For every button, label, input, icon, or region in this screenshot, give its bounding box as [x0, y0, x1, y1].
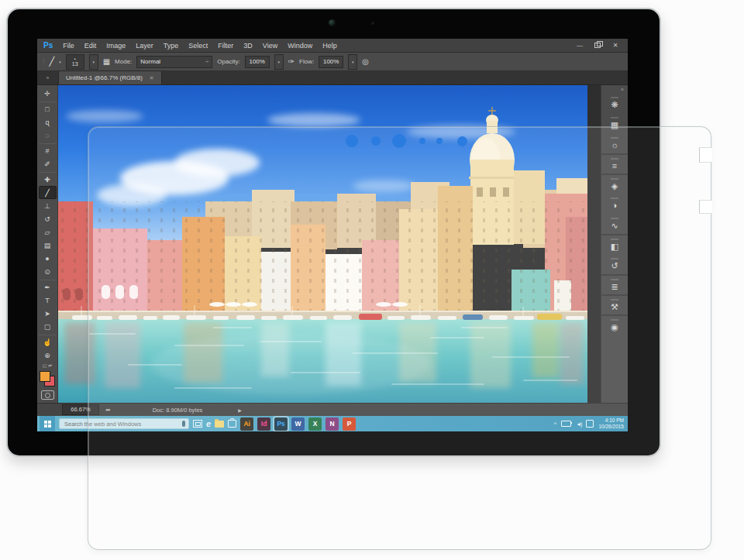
- menu-file[interactable]: File: [63, 42, 74, 50]
- clone-stamp-tool[interactable]: ⊥: [39, 199, 57, 212]
- opacity-caret-button[interactable]: ▾: [274, 54, 284, 70]
- tools-panel: ✛□ɋ◌#✐✚╱⊥↺▱▤●⊙✒T➤▢☝⊕◱ ⇄: [37, 85, 58, 403]
- history-brush-tool[interactable]: ↺: [39, 212, 57, 225]
- options-grip-icon: ⁞: [43, 58, 45, 66]
- ambient-sensor-icon: [371, 22, 374, 25]
- document-tab-title: Untitled-1 @66.7% (RGB/8): [66, 74, 143, 81]
- panel-collapse-icon[interactable]: »: [601, 85, 628, 93]
- menu-help[interactable]: Help: [322, 42, 337, 50]
- menu-window[interactable]: Window: [288, 42, 312, 50]
- restore-button[interactable]: [590, 40, 605, 51]
- lasso-tool[interactable]: ɋ: [39, 115, 57, 129]
- photoshop-menu-bar: Ps FileEditImageLayerTypeSelectFilter3DV…: [37, 39, 628, 53]
- product-photo: Ps FileEditImageLayerTypeSelectFilter3DV…: [0, 0, 744, 560]
- color-panel-icon: ❋: [611, 100, 618, 110]
- photoshop-logo: Ps: [43, 41, 53, 50]
- front-camera-icon: [329, 19, 336, 26]
- protector-dot-5: [436, 138, 443, 144]
- smoothing-icon[interactable]: ◎: [362, 57, 369, 66]
- brush-tool[interactable]: ╱: [39, 186, 57, 199]
- protector-dot-6: [457, 136, 467, 146]
- protector-dot-2: [371, 136, 381, 146]
- protector-dot-3: [392, 134, 406, 148]
- blend-mode-stepper-icon: ÷: [205, 58, 208, 65]
- toggle-brush-panel-icon[interactable]: ▦: [103, 57, 110, 66]
- protector-button-cutout-top: [699, 147, 712, 163]
- toolbar-collapse-icon[interactable]: »: [37, 75, 58, 81]
- windows-logo-icon: [44, 421, 51, 428]
- blend-mode-value: Normal: [140, 58, 160, 65]
- protector-dot-1: [346, 135, 358, 147]
- menu-layer[interactable]: Layer: [136, 42, 153, 50]
- brush-preset-icon[interactable]: ╱: [50, 57, 55, 67]
- color-swatches: [40, 371, 55, 387]
- tab-close-icon[interactable]: ✕: [150, 75, 154, 81]
- protector-dot-4: [419, 138, 425, 144]
- menu-edit[interactable]: Edit: [84, 42, 97, 50]
- menu-image[interactable]: Image: [106, 42, 126, 50]
- menu-3d[interactable]: 3D: [243, 42, 253, 50]
- menu-select[interactable]: Select: [188, 42, 208, 50]
- zoom-tool[interactable]: ⊕: [39, 349, 57, 362]
- opacity-label: Opacity:: [217, 58, 239, 65]
- screen-protector: [88, 126, 711, 550]
- default-swap-colors-icon[interactable]: ◱ ⇄: [43, 362, 52, 368]
- type-tool[interactable]: T: [39, 294, 57, 307]
- crop-tool[interactable]: #: [39, 143, 57, 157]
- protector-button-cutout-bottom: [699, 200, 712, 214]
- mode-label: Mode:: [115, 58, 132, 65]
- tool-options-bar: ⁞ ╱ ▾ • 13 ▾ ▦ Mode: Normal ÷ Opacity: 1…: [37, 53, 628, 71]
- window-controls: — ✕: [572, 40, 623, 51]
- eraser-tool[interactable]: ▱: [39, 225, 57, 239]
- blur-tool[interactable]: ●: [39, 252, 57, 265]
- color-panel[interactable]: ❋: [601, 93, 628, 113]
- dodge-tool[interactable]: ⊙: [39, 265, 57, 278]
- document-tab[interactable]: Untitled-1 @66.7% (RGB/8) ✕: [58, 70, 162, 84]
- menu-filter[interactable]: Filter: [218, 42, 233, 50]
- shape-tool[interactable]: ▢: [39, 320, 57, 333]
- brush-size-caret-button[interactable]: ▾: [89, 54, 98, 70]
- path-selection-tool[interactable]: ➤: [39, 307, 57, 320]
- brush-size-picker[interactable]: • 13: [66, 54, 84, 70]
- brush-size-value: 13: [72, 61, 78, 67]
- marquee-tool[interactable]: □: [39, 101, 57, 115]
- pen-tool[interactable]: ✒: [39, 280, 57, 294]
- quick-selection-tool[interactable]: ◌: [39, 129, 57, 142]
- blend-mode-select[interactable]: Normal ÷: [136, 56, 212, 68]
- hand-tool[interactable]: ☝: [39, 335, 57, 349]
- foreground-color-swatch[interactable]: [40, 371, 50, 382]
- flow-value[interactable]: 100%: [319, 56, 343, 68]
- spot-healing-tool[interactable]: ✚: [39, 172, 57, 186]
- menu-view[interactable]: View: [263, 42, 277, 50]
- close-button[interactable]: ✕: [608, 40, 623, 51]
- start-button[interactable]: [40, 416, 55, 431]
- menu-items: FileEditImageLayerTypeSelectFilter3DView…: [63, 42, 572, 50]
- flow-caret-button[interactable]: ▾: [348, 54, 357, 70]
- restore-icon: [594, 43, 601, 48]
- document-tab-bar: » Untitled-1 @66.7% (RGB/8) ✕: [37, 71, 628, 85]
- move-tool[interactable]: ✛: [39, 87, 57, 100]
- opacity-value[interactable]: 100%: [245, 56, 270, 68]
- brush-preset-caret-icon[interactable]: ▾: [59, 60, 61, 64]
- gradient-tool[interactable]: ▤: [39, 239, 57, 252]
- menu-type[interactable]: Type: [164, 42, 179, 50]
- minimize-button[interactable]: —: [572, 40, 587, 51]
- eyedropper-tool[interactable]: ✐: [39, 157, 57, 170]
- quick-mask-icon[interactable]: [41, 390, 54, 400]
- flow-label: Flow:: [299, 58, 314, 65]
- airbrush-icon[interactable]: ✑: [288, 57, 294, 66]
